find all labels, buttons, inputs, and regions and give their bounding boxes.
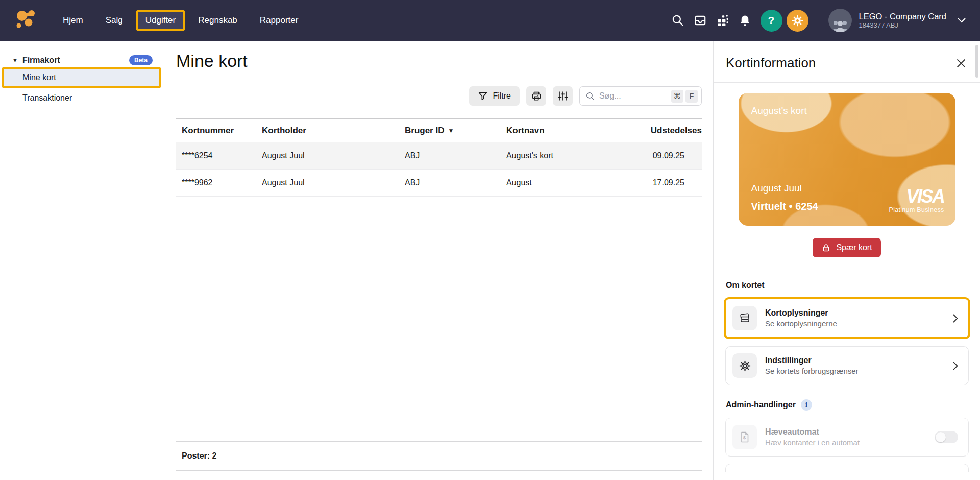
atm-withdrawal-item: $ Hæveautomat Hæv kontanter i en automat <box>725 418 969 457</box>
search-icon[interactable] <box>667 9 689 32</box>
item-subtitle: Se kortoplysningerne <box>765 319 945 328</box>
sidebar: ▼ Firmakort Beta Mine kort Transaktioner <box>0 41 163 480</box>
virtual-card-preview: August's kort August Juul Virtuelt • 625… <box>739 93 955 226</box>
cell-kortnavn: August's kort <box>501 151 597 160</box>
close-icon[interactable] <box>955 58 967 69</box>
visa-wordmark: VISA <box>889 189 944 205</box>
cards-icon <box>732 306 757 330</box>
column-header-kortholder[interactable]: Kortholder <box>256 126 399 136</box>
cell-bruger-id: ABJ <box>399 151 501 160</box>
card-name: August's kort <box>751 105 807 116</box>
table-footer: Poster: 2 <box>176 441 702 471</box>
menu-item-hjem[interactable]: Hjem <box>53 10 93 31</box>
visa-tier: Platinum Business <box>889 206 944 213</box>
avatar <box>828 9 852 32</box>
beta-badge: Beta <box>129 55 153 65</box>
sidebar-item-mine-kort[interactable]: Mine kort <box>2 67 161 88</box>
item-title: Kortoplysninger <box>765 308 945 318</box>
item-text: Kortoplysninger Se kortoplysningerne <box>765 308 945 328</box>
item-title: Hæveautomat <box>765 427 926 437</box>
cards-table: Kortnummer Kortholder Bruger ID ▼ Kortna… <box>176 118 702 197</box>
menu-item-salg[interactable]: Salg <box>96 10 133 31</box>
section-om-kortet: Om kortet <box>726 281 968 290</box>
filter-button[interactable]: Filtre <box>469 86 520 106</box>
print-button[interactable] <box>526 86 546 106</box>
menu-item-rapporter[interactable]: Rapporter <box>250 10 308 31</box>
column-header-udstedelses[interactable]: Udstedelses <box>597 126 702 136</box>
sort-desc-icon: ▼ <box>448 127 454 134</box>
card-info-panel: Kortinformation August's kort August Juu… <box>713 41 980 480</box>
filter-button-label: Filtre <box>493 91 511 101</box>
item-subtitle: Hæv kontanter i en automat <box>765 438 926 447</box>
item-text: Hæveautomat Hæv kontanter i en automat <box>765 427 926 447</box>
toggle-knob <box>936 432 946 442</box>
scrollbar[interactable] <box>975 45 978 78</box>
svg-text:$: $ <box>743 435 746 440</box>
column-header-kortnavn[interactable]: Kortnavn <box>501 126 597 136</box>
table-row[interactable]: ****9962 August Juul ABJ August 17.09.25 <box>176 170 702 197</box>
notifications-bell-icon[interactable] <box>734 9 756 32</box>
menu-item-udgifter[interactable]: Udgifter <box>136 10 186 31</box>
card-settings-item[interactable]: Indstillinger Se kortets forbrugsgrænser <box>725 346 969 385</box>
sidebar-item-transaktioner[interactable]: Transaktioner <box>0 88 163 108</box>
cash-document-icon: $ <box>732 425 757 449</box>
item-subtitle: Se kortets forbrugsgrænser <box>765 367 945 375</box>
atm-toggle-off[interactable] <box>935 431 958 443</box>
card-holder: August Juul <box>751 183 802 194</box>
gear-icon <box>791 14 804 27</box>
visa-logo: VISA Platinum Business <box>889 189 944 213</box>
cell-bruger-id: ABJ <box>399 178 501 187</box>
card-details-item[interactable]: Kortoplysninger Se kortoplysningerne <box>724 297 970 339</box>
main-content: Mine kort Filtre <box>163 41 713 480</box>
column-header-kortnummer[interactable]: Kortnummer <box>176 126 256 136</box>
table-row[interactable]: ****6254 August Juul ABJ August's kort 0… <box>176 142 702 170</box>
column-header-bruger-id[interactable]: Bruger ID ▼ <box>399 126 501 136</box>
block-card-button[interactable]: Spær kort <box>813 238 880 257</box>
card-type-number: Virtuelt • 6254 <box>751 201 818 212</box>
cell-kortnavn: August <box>501 178 597 187</box>
nav-actions: ? <box>667 9 969 32</box>
table-empty-area <box>176 197 702 441</box>
section-admin-handlinger: Admin-handlinger i <box>726 399 968 411</box>
f-keycap: F <box>685 90 698 103</box>
cell-kortnummer: ****9962 <box>176 178 256 187</box>
account-info: LEGO - Company Card 1843377 ABJ <box>859 11 946 30</box>
info-icon[interactable]: i <box>801 399 812 411</box>
column-header-label: Bruger ID <box>405 126 444 136</box>
inbox-icon[interactable] <box>689 9 712 32</box>
menu-item-regnskab[interactable]: Regnskab <box>188 10 247 31</box>
next-admin-item-partial <box>725 464 969 472</box>
sliders-icon <box>557 90 569 102</box>
chevron-right-icon <box>953 314 958 323</box>
app-logo[interactable] <box>14 9 38 32</box>
search-icon <box>585 91 595 101</box>
sidebar-section-firmakort[interactable]: ▼ Firmakort Beta <box>0 53 163 67</box>
cmd-keycap: ⌘ <box>671 90 684 103</box>
lock-icon <box>821 243 831 253</box>
gear-outline-icon <box>732 353 757 378</box>
page-title: Mine kort <box>176 51 702 71</box>
account-menu[interactable]: LEGO - Company Card 1843377 ABJ <box>828 9 969 32</box>
search-input[interactable] <box>599 91 669 101</box>
settings-button[interactable] <box>787 10 808 32</box>
account-id: 1843377 ABJ <box>859 21 946 30</box>
section-label-text: Om kortet <box>726 281 765 290</box>
top-navigation: Hjem Salg Udgifter Regnskab Rapporter <box>0 0 980 41</box>
help-button[interactable]: ? <box>761 10 782 32</box>
item-title: Indstillinger <box>765 356 945 365</box>
apps-grid-icon[interactable] <box>712 9 734 32</box>
block-card-label: Spær kort <box>836 243 872 252</box>
divider <box>819 10 819 31</box>
section-label-text: Admin-handlinger <box>726 400 796 410</box>
cell-kortholder: August Juul <box>256 151 399 160</box>
sidebar-section-label: Firmakort <box>22 56 60 65</box>
funnel-icon <box>478 91 488 101</box>
table-header-row: Kortnummer Kortholder Bruger ID ▼ Kortna… <box>176 119 702 142</box>
record-count: Poster: 2 <box>182 451 216 461</box>
chevron-down-icon[interactable] <box>958 18 966 23</box>
column-settings-button[interactable] <box>553 86 573 106</box>
collapse-triangle-icon: ▼ <box>12 57 18 63</box>
toolbar: Filtre ⌘ <box>176 86 702 106</box>
chevron-right-icon <box>953 362 958 370</box>
cell-kortnummer: ****6254 <box>176 151 256 160</box>
